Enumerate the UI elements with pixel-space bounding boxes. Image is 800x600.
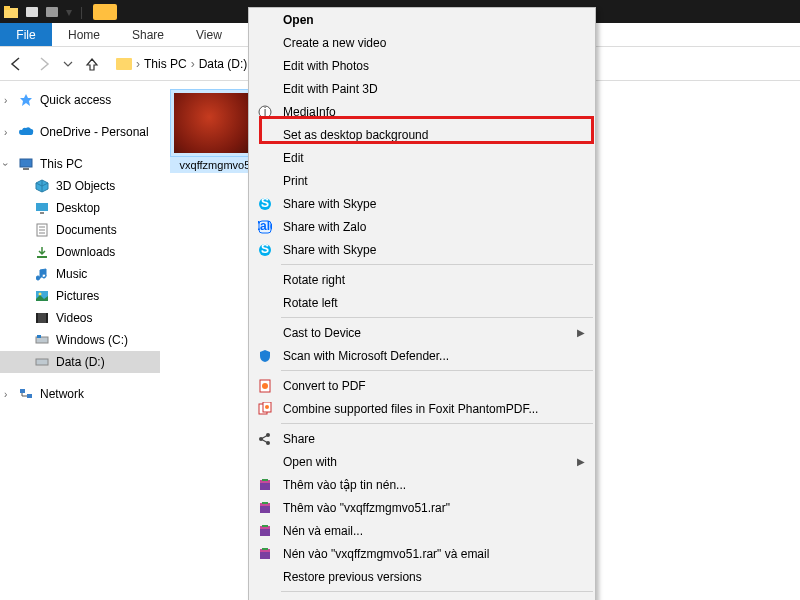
svg-rect-37 bbox=[260, 482, 270, 490]
ctx-scan-defender[interactable]: Scan with Microsoft Defender... bbox=[249, 344, 595, 367]
ctx-cast-to-device[interactable]: Cast to Device▶ bbox=[249, 321, 595, 344]
svg-rect-17 bbox=[37, 335, 41, 338]
svg-rect-2 bbox=[20, 159, 32, 167]
svg-point-36 bbox=[266, 441, 270, 445]
svg-point-30 bbox=[262, 383, 268, 389]
ctx-edit[interactable]: Edit bbox=[249, 146, 595, 169]
ctx-compress-email[interactable]: Nén và email... bbox=[249, 519, 595, 542]
recent-dropdown-icon[interactable] bbox=[62, 54, 74, 74]
download-icon bbox=[34, 244, 50, 260]
svg-rect-48 bbox=[262, 548, 268, 550]
ctx-compress-rar-email[interactable]: Nén vào "vxqffzmgmvo51.rar" và email bbox=[249, 542, 595, 565]
sidebar-item-downloads[interactable]: Downloads bbox=[0, 241, 160, 263]
desktop-icon bbox=[34, 200, 50, 216]
ctx-mediainfo[interactable]: i MediaInfo bbox=[249, 100, 595, 123]
sidebar-item-label: Pictures bbox=[56, 289, 99, 303]
forward-button[interactable] bbox=[34, 54, 54, 74]
mediainfo-icon: i bbox=[257, 104, 273, 120]
picture-icon bbox=[34, 288, 50, 304]
skype-icon: S bbox=[257, 242, 273, 258]
chevron-down-icon[interactable]: › bbox=[0, 162, 11, 165]
ctx-print[interactable]: Print bbox=[249, 169, 595, 192]
chevron-right-icon[interactable]: › bbox=[136, 57, 140, 71]
qat-save-icon[interactable] bbox=[26, 7, 38, 17]
svg-text:S: S bbox=[261, 197, 269, 210]
tab-view[interactable]: View bbox=[180, 23, 238, 46]
ctx-share-skype[interactable]: S Share with Skype bbox=[249, 192, 595, 215]
separator bbox=[281, 423, 593, 424]
back-button[interactable] bbox=[6, 54, 26, 74]
separator bbox=[281, 317, 593, 318]
sidebar-item-label: Windows (C:) bbox=[56, 333, 128, 347]
svg-rect-20 bbox=[27, 394, 32, 398]
context-menu: Open Create a new video Edit with Photos… bbox=[248, 7, 596, 600]
winrar-icon bbox=[257, 523, 273, 539]
zalo-icon: Zalo bbox=[257, 219, 273, 235]
drive-icon bbox=[34, 332, 50, 348]
sidebar-item-label: This PC bbox=[40, 157, 83, 171]
tab-home[interactable]: Home bbox=[52, 23, 116, 46]
sidebar-item-documents[interactable]: Documents bbox=[0, 219, 160, 241]
sidebar-item-label: Videos bbox=[56, 311, 92, 325]
ctx-add-to-rar[interactable]: Thêm vào "vxqffzmgmvo51.rar" bbox=[249, 496, 595, 519]
sidebar: › Quick access › OneDrive - Personal › T… bbox=[0, 81, 160, 600]
sidebar-item-network[interactable]: › Network bbox=[0, 383, 160, 405]
svg-point-33 bbox=[265, 405, 269, 409]
sidebar-item-label: Desktop bbox=[56, 201, 100, 215]
svg-rect-5 bbox=[40, 212, 44, 214]
ctx-restore-previous[interactable]: Restore previous versions bbox=[249, 565, 595, 588]
chevron-right-icon[interactable]: › bbox=[4, 389, 7, 400]
chevron-right-icon[interactable]: › bbox=[4, 127, 7, 138]
ctx-add-to-archive[interactable]: Thêm vào tập tin nén... bbox=[249, 473, 595, 496]
breadcrumb-data-d[interactable]: Data (D:) bbox=[199, 57, 248, 71]
chevron-right-icon[interactable]: › bbox=[191, 57, 195, 71]
ctx-edit-paint3d[interactable]: Edit with Paint 3D bbox=[249, 77, 595, 100]
sidebar-item-windows-c[interactable]: Windows (C:) bbox=[0, 329, 160, 351]
ctx-create-video[interactable]: Create a new video bbox=[249, 31, 595, 54]
breadcrumb[interactable]: › This PC › Data (D:) bbox=[116, 57, 247, 71]
skype-icon: S bbox=[257, 196, 273, 212]
chevron-right-icon[interactable]: › bbox=[4, 95, 7, 106]
ctx-convert-pdf[interactable]: Convert to PDF bbox=[249, 374, 595, 397]
ctx-open[interactable]: Open bbox=[249, 8, 595, 31]
sidebar-item-3d-objects[interactable]: 3D Objects bbox=[0, 175, 160, 197]
ctx-share[interactable]: Share bbox=[249, 427, 595, 450]
ctx-rotate-left[interactable]: Rotate left bbox=[249, 291, 595, 314]
ctx-share-zalo[interactable]: Zalo Share with Zalo bbox=[249, 215, 595, 238]
sidebar-item-music[interactable]: Music bbox=[0, 263, 160, 285]
up-button[interactable] bbox=[82, 54, 102, 74]
svg-rect-19 bbox=[20, 389, 25, 393]
drive-icon bbox=[34, 354, 50, 370]
title-folder-icon bbox=[93, 4, 117, 20]
ctx-open-with[interactable]: Open with▶ bbox=[249, 450, 595, 473]
sidebar-item-data-d[interactable]: Data (D:) bbox=[0, 351, 160, 373]
svg-rect-1 bbox=[4, 6, 10, 10]
sidebar-item-onedrive[interactable]: › OneDrive - Personal bbox=[0, 121, 160, 143]
sidebar-item-label: OneDrive - Personal bbox=[40, 125, 149, 139]
ctx-edit-photos[interactable]: Edit with Photos bbox=[249, 54, 595, 77]
svg-rect-14 bbox=[36, 313, 38, 323]
tab-file[interactable]: File bbox=[0, 23, 52, 46]
tab-share[interactable]: Share bbox=[116, 23, 180, 46]
sidebar-item-this-pc[interactable]: › This PC bbox=[0, 153, 160, 175]
sidebar-item-desktop[interactable]: Desktop bbox=[0, 197, 160, 219]
ctx-set-background[interactable]: Set as desktop background bbox=[249, 123, 595, 146]
ctx-send-to[interactable]: Send to▶ bbox=[249, 595, 595, 600]
chevron-right-icon: ▶ bbox=[577, 327, 585, 338]
breadcrumb-this-pc[interactable]: This PC bbox=[144, 57, 187, 71]
sidebar-item-videos[interactable]: Videos bbox=[0, 307, 160, 329]
svg-rect-15 bbox=[46, 313, 48, 323]
music-icon bbox=[34, 266, 50, 282]
sidebar-item-pictures[interactable]: Pictures bbox=[0, 285, 160, 307]
svg-rect-39 bbox=[262, 479, 268, 481]
svg-rect-45 bbox=[262, 525, 268, 527]
foxit-pdf-icon bbox=[257, 378, 273, 394]
sidebar-item-quick-access[interactable]: › Quick access bbox=[0, 89, 160, 111]
svg-rect-40 bbox=[260, 505, 270, 513]
network-icon bbox=[18, 386, 34, 402]
ctx-share-skype-2[interactable]: S Share with Skype bbox=[249, 238, 595, 261]
separator bbox=[281, 370, 593, 371]
qat-icon-2[interactable] bbox=[46, 7, 58, 17]
ctx-combine-foxit[interactable]: Combine supported files in Foxit Phantom… bbox=[249, 397, 595, 420]
ctx-rotate-right[interactable]: Rotate right bbox=[249, 268, 595, 291]
